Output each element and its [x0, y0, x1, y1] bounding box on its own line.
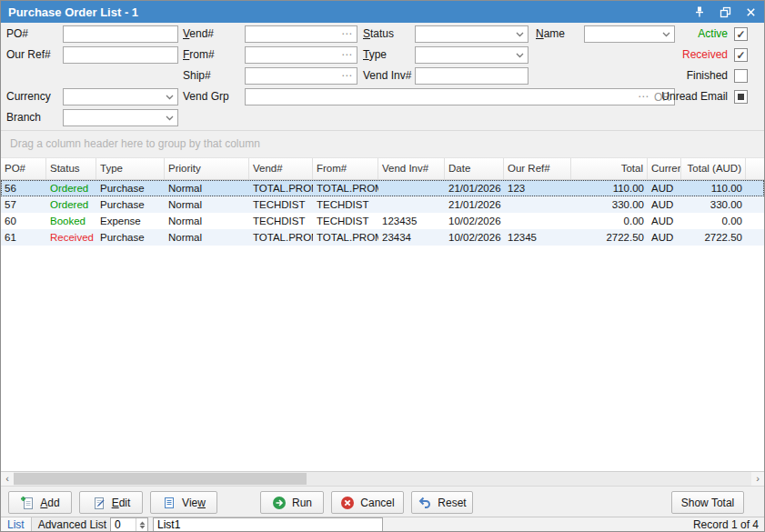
- cell-clipped: [746, 196, 764, 213]
- reset-button-label: Reset: [438, 497, 466, 509]
- our-ref-input[interactable]: [63, 46, 178, 64]
- list-name-input[interactable]: List1: [153, 517, 383, 532]
- cell-po: 60: [1, 213, 46, 229]
- cell-our_ref: 123: [504, 180, 571, 196]
- view-document-icon: [162, 496, 176, 510]
- received-checkbox[interactable]: [734, 48, 748, 62]
- scroll-left-icon[interactable]: ‹: [1, 472, 14, 486]
- column-header-currency[interactable]: Currency: [648, 158, 681, 179]
- cell-vend_inv: [378, 196, 445, 213]
- cell-type: Purchase: [96, 229, 165, 246]
- vend-grp-lookup-icon[interactable]: ⋯: [638, 89, 649, 105]
- restore-icon[interactable]: [719, 5, 731, 18]
- reset-button[interactable]: Reset: [411, 491, 473, 514]
- chevron-down-icon: [166, 115, 174, 121]
- vend-grp-input[interactable]: ⋯ OR: [245, 88, 675, 105]
- close-icon[interactable]: [744, 5, 757, 18]
- edit-button[interactable]: Edit: [79, 491, 143, 514]
- column-header-type[interactable]: Type: [96, 158, 165, 179]
- column-header-date[interactable]: Date: [445, 158, 504, 179]
- cell-clipped: [746, 229, 764, 246]
- cancel-button[interactable]: Cancel: [331, 491, 404, 514]
- column-header-from[interactable]: From#: [313, 158, 378, 179]
- reset-icon: [418, 496, 432, 510]
- tab-list[interactable]: List: [1, 517, 32, 531]
- unread-email-checkbox[interactable]: [734, 90, 748, 104]
- spin-up-icon[interactable]: [139, 521, 146, 525]
- column-header-our_ref[interactable]: Our Ref#: [504, 158, 571, 179]
- po-label: PO#: [6, 25, 28, 43]
- column-header-vend[interactable]: Vend#: [249, 158, 313, 179]
- add-button[interactable]: Add: [8, 491, 72, 514]
- cell-from: TOTAL.PROM: [313, 180, 378, 196]
- pin-icon[interactable]: [693, 5, 706, 18]
- column-header-status[interactable]: Status: [46, 158, 96, 179]
- cell-date: 10/02/2026: [445, 213, 504, 229]
- cell-po: 61: [1, 229, 46, 246]
- table-row[interactable]: 57OrderedPurchaseNormalTECHDISTTECHDIST2…: [1, 196, 764, 213]
- cell-status: Received: [46, 229, 96, 246]
- name-select[interactable]: [584, 25, 675, 43]
- view-button-label: View: [182, 497, 206, 509]
- stepper-arrows[interactable]: [136, 518, 147, 531]
- cell-currency: AUD: [648, 180, 681, 196]
- chevron-down-icon: [166, 95, 174, 100]
- add-document-icon: [20, 496, 35, 510]
- unread-email-filter: Unread Email: [661, 90, 748, 104]
- table-row[interactable]: 60BookedExpenseNormalTECHDISTTECHDIST123…: [1, 213, 764, 229]
- cancel-icon: [340, 496, 355, 510]
- titlebar: Purchase Order List - 1: [1, 1, 764, 23]
- action-toolbar: Add Edit View Run Cancel Reset Show Tota…: [1, 486, 764, 517]
- from-input[interactable]: ⋯: [245, 46, 357, 64]
- column-header-priority[interactable]: Priority: [165, 158, 249, 179]
- cell-our_ref: [504, 196, 571, 213]
- tab-advanced-list[interactable]: Advanced List: [32, 517, 114, 531]
- vend-label: Vend#: [183, 25, 214, 43]
- show-total-button[interactable]: Show Total: [671, 491, 744, 514]
- ship-input[interactable]: ⋯: [245, 67, 357, 85]
- column-header-total[interactable]: Total: [571, 158, 648, 179]
- branch-select[interactable]: [63, 109, 178, 126]
- vend-lookup-icon[interactable]: ⋯: [341, 26, 353, 42]
- unread-email-checkbox-label: Unread Email: [661, 90, 728, 104]
- cell-status: Booked: [46, 213, 96, 229]
- edit-button-label: Edit: [112, 497, 131, 509]
- run-button[interactable]: Run: [260, 491, 324, 514]
- active-checkbox[interactable]: [734, 27, 748, 41]
- from-lookup-icon[interactable]: ⋯: [341, 47, 353, 63]
- currency-label: Currency: [6, 88, 51, 105]
- show-total-button-label: Show Total: [681, 497, 734, 509]
- horizontal-scrollbar[interactable]: ‹ ›: [1, 471, 764, 486]
- column-header-vend_inv[interactable]: Vend Inv#: [378, 158, 445, 179]
- vend-inv-input[interactable]: [415, 67, 528, 85]
- run-button-label: Run: [292, 497, 312, 509]
- spin-down-icon[interactable]: [139, 526, 146, 529]
- view-button[interactable]: View: [150, 491, 217, 514]
- table-row[interactable]: 56OrderedPurchaseNormalTOTAL.PROMTOTAL.P…: [1, 180, 764, 196]
- column-header-clipped[interactable]: [746, 158, 764, 179]
- po-input[interactable]: [63, 25, 178, 43]
- vend-input[interactable]: ⋯: [245, 25, 357, 43]
- table-row[interactable]: 61ReceivedPurchaseNormalTOTAL.PROMTOTAL.…: [1, 229, 764, 246]
- results-grid: Drag a column header here to group by th…: [1, 130, 764, 471]
- list-number-stepper[interactable]: 0: [110, 517, 148, 532]
- status-select[interactable]: [415, 25, 528, 43]
- cell-clipped: [746, 180, 764, 196]
- ship-lookup-icon[interactable]: ⋯: [341, 68, 353, 84]
- cell-total_aud: 0.00: [681, 213, 746, 229]
- cell-total_aud: 2722.50: [681, 229, 746, 246]
- from-label: From#: [183, 46, 215, 64]
- column-header-total_aud[interactable]: Total (AUD): [681, 158, 746, 179]
- cell-priority: Normal: [165, 213, 249, 229]
- column-header-po[interactable]: PO#: [1, 158, 46, 179]
- scroll-right-icon[interactable]: ›: [751, 472, 764, 486]
- finished-checkbox[interactable]: [734, 69, 748, 83]
- received-filter: Received: [682, 48, 748, 62]
- scrollbar-thumb[interactable]: [14, 473, 307, 485]
- list-number-value: 0: [111, 518, 136, 531]
- group-by-panel[interactable]: Drag a column header here to group by th…: [1, 131, 764, 158]
- cell-po: 56: [1, 180, 46, 196]
- cell-type: Purchase: [96, 196, 165, 213]
- type-select[interactable]: [415, 46, 528, 64]
- currency-select[interactable]: [63, 88, 178, 105]
